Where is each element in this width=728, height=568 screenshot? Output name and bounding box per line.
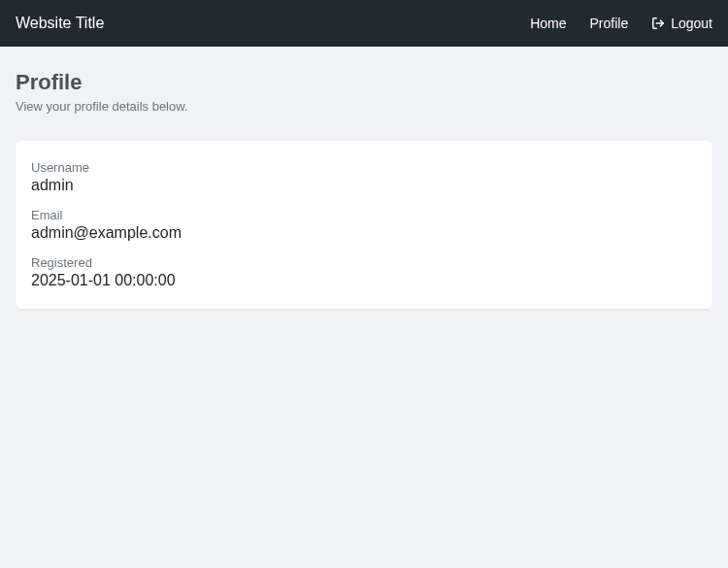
registered-label: Registered — [31, 255, 697, 270]
username-label: Username — [31, 160, 697, 175]
page-title: Profile — [16, 70, 712, 95]
email-label: Email — [31, 208, 697, 222]
navbar-brand[interactable]: Website Title — [16, 15, 104, 32]
logout-label: Logout — [671, 16, 712, 31]
page-subtitle: View your profile details below. — [16, 99, 712, 114]
email-value: admin@example.com — [31, 224, 697, 242]
logout-icon — [651, 17, 665, 30]
username-value: admin — [31, 177, 697, 194]
navbar-nav: Home Profile Logout — [530, 16, 712, 31]
profile-card: Username admin Email admin@example.com R… — [16, 141, 712, 309]
main-content: Profile View your profile details below.… — [0, 47, 728, 332]
nav-link-home[interactable]: Home — [530, 16, 566, 31]
nav-link-profile[interactable]: Profile — [589, 16, 628, 31]
registered-value: 2025-01-01 00:00:00 — [31, 272, 697, 289]
navbar: Website Title Home Profile Logout — [0, 0, 728, 47]
nav-link-logout[interactable]: Logout — [651, 16, 712, 31]
